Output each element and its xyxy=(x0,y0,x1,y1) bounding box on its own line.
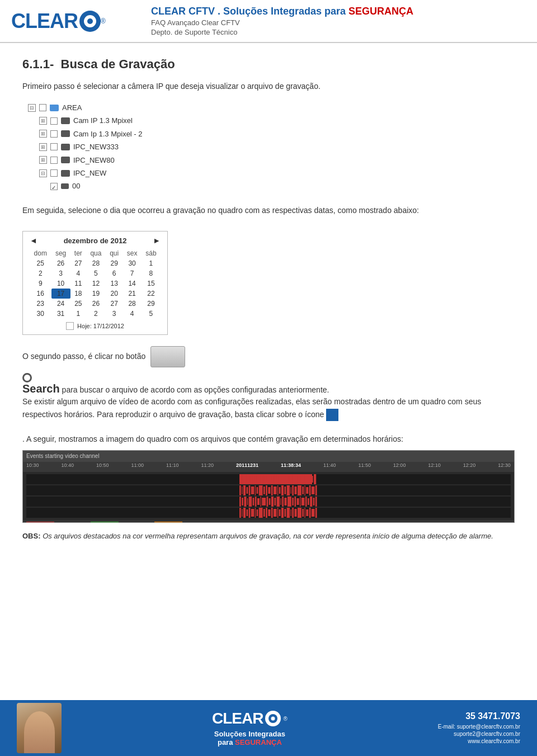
calendar-day[interactable]: 4 xyxy=(123,309,141,319)
calendar-day[interactable]: 27 xyxy=(106,299,123,309)
calendar-next-button[interactable]: ► xyxy=(153,236,161,245)
tree-checkbox-checked[interactable] xyxy=(50,183,58,190)
svg-rect-95 xyxy=(259,508,263,518)
tree-item-label: IPC_NEW333 xyxy=(73,140,119,153)
svg-rect-47 xyxy=(287,485,290,495)
calendar-day[interactable]: 27 xyxy=(70,258,86,268)
svg-rect-58 xyxy=(239,497,241,507)
calendar-day[interactable]: 12 xyxy=(86,278,106,289)
calendar-day[interactable]: 16 xyxy=(30,289,51,299)
time-ruler: 10:30 10:40 10:50 11:00 11:10 11:20 2011… xyxy=(23,462,514,472)
calendar-day[interactable]: 20 xyxy=(106,289,123,299)
calendar-day[interactable]: 3 xyxy=(51,268,70,278)
calendar-day[interactable]: 1 xyxy=(142,258,161,268)
footer-phone: 35 3471.7073 xyxy=(438,711,520,721)
svg-rect-71 xyxy=(274,498,276,505)
legend-label-record: Record File xyxy=(56,522,82,523)
time-label: 20111231 xyxy=(236,462,258,471)
timeline-row-3 xyxy=(26,497,511,507)
calendar-day[interactable]: 25 xyxy=(30,258,51,268)
svg-rect-10 xyxy=(263,474,264,484)
calendar-day[interactable]: 30 xyxy=(123,258,141,268)
svg-rect-7 xyxy=(254,475,256,483)
para3: Se existir algum arquivo de vídeo de aco… xyxy=(22,395,515,421)
svg-rect-36 xyxy=(257,487,258,494)
tree-checkbox[interactable] xyxy=(50,157,58,164)
timeline-header-text: Events starting video channel xyxy=(26,453,100,459)
svg-rect-5 xyxy=(250,475,252,483)
svg-rect-65 xyxy=(257,498,260,505)
cam-icon-small xyxy=(61,183,69,189)
calendar-prev-button[interactable]: ◄ xyxy=(30,236,37,245)
cam-icon xyxy=(61,117,70,124)
calendar-day[interactable]: 26 xyxy=(86,299,106,309)
obs-text: Os arquivos destacados na cor vermelha r… xyxy=(43,532,493,540)
footer-email1: E-mail: suporte@clearcftv.com.br xyxy=(438,724,520,730)
svg-rect-29 xyxy=(239,485,241,495)
calendar-day[interactable]: 10 xyxy=(51,278,70,289)
tree-checkbox[interactable] xyxy=(50,117,58,125)
calendar-day[interactable]: 2 xyxy=(30,268,51,278)
calendar-day[interactable]: 5 xyxy=(86,268,106,278)
cam-icon xyxy=(61,144,70,150)
tree-checkbox[interactable] xyxy=(39,104,46,111)
calendar-day[interactable]: 2 xyxy=(86,309,106,319)
calendar-day[interactable]: 14 xyxy=(123,278,141,289)
calendar-day[interactable]: 19 xyxy=(86,289,106,299)
svg-rect-24 xyxy=(302,474,304,484)
calendar-day[interactable]: 7 xyxy=(123,268,141,278)
header-info: CLEAR CFTV . Soluções Integradas para SE… xyxy=(134,6,413,36)
time-label: 10:50 xyxy=(96,462,109,471)
svg-rect-109 xyxy=(298,508,302,518)
search-button[interactable] xyxy=(150,346,185,367)
svg-rect-11 xyxy=(265,476,267,482)
time-label: 11:50 xyxy=(358,462,371,471)
obs-label: OBS: xyxy=(22,532,41,540)
tree-checkbox[interactable] xyxy=(50,169,58,177)
calendar-days-header: dom seg ter qua qui sex sáb xyxy=(30,248,161,258)
calendar-day[interactable]: 13 xyxy=(106,278,123,289)
calendar-day[interactable]: 6 xyxy=(106,268,123,278)
calendar-day[interactable]: 29 xyxy=(142,299,161,309)
calendar-day[interactable]: 3 xyxy=(106,309,123,319)
svg-rect-98 xyxy=(268,509,270,516)
calendar-week-1: 25 26 27 28 29 30 1 xyxy=(30,258,161,268)
svg-rect-68 xyxy=(267,497,268,507)
calendar-day[interactable]: 28 xyxy=(86,258,106,268)
intro-paragraph: Primeiro passo é selecionar a câmera IP … xyxy=(22,81,515,92)
recording-timeline: Events starting video channel 10:30 10:4… xyxy=(22,450,515,523)
calendar-day[interactable]: 1 xyxy=(70,309,86,319)
calendar-day-selected[interactable]: 17 xyxy=(51,289,70,299)
camera-tree: ⊟ AREA ⊞ Cam IP 1.3 Mpixel ⊞ Cam Ip 1.3 … xyxy=(22,101,515,193)
calendar-day[interactable]: 18 xyxy=(70,289,86,299)
tree-checkbox[interactable] xyxy=(50,130,58,138)
calendar-day[interactable]: 4 xyxy=(70,268,86,278)
calendar-day[interactable]: 29 xyxy=(106,258,123,268)
calendar-day[interactable]: 25 xyxy=(70,299,86,309)
calendar-day[interactable]: 21 xyxy=(123,289,141,299)
calendar-day[interactable]: 22 xyxy=(142,289,161,299)
calendar-day[interactable]: 28 xyxy=(123,299,141,309)
svg-rect-102 xyxy=(279,509,281,516)
calendar-day[interactable]: 15 xyxy=(142,278,161,289)
svg-rect-51 xyxy=(298,485,302,495)
calendar-day[interactable]: 26 xyxy=(51,258,70,268)
section-title: 6.1.1- Busca de Gravação xyxy=(22,57,515,72)
expand-icon: ⊞ xyxy=(39,130,47,138)
footer-logo: CLEAR ® Soluções Integradas para SEGURAN… xyxy=(73,710,427,746)
svg-rect-74 xyxy=(282,497,284,507)
cam-icon xyxy=(61,170,70,177)
calendar-day[interactable]: 30 xyxy=(30,309,51,319)
calendar-day[interactable]: 9 xyxy=(30,278,51,289)
play-triangle-icon xyxy=(23,427,30,434)
calendar-day[interactable]: 31 xyxy=(51,309,70,319)
calendar-day[interactable]: 11 xyxy=(70,278,86,289)
calendar-day[interactable]: 24 xyxy=(51,299,70,309)
time-label: 12:00 xyxy=(393,462,406,471)
calendar-day[interactable]: 8 xyxy=(142,268,161,278)
calendar-day[interactable]: 23 xyxy=(30,299,51,309)
calendar-day[interactable]: 5 xyxy=(142,309,161,319)
svg-rect-56 xyxy=(312,486,315,494)
tree-checkbox[interactable] xyxy=(50,143,58,150)
svg-rect-87 xyxy=(239,508,241,518)
